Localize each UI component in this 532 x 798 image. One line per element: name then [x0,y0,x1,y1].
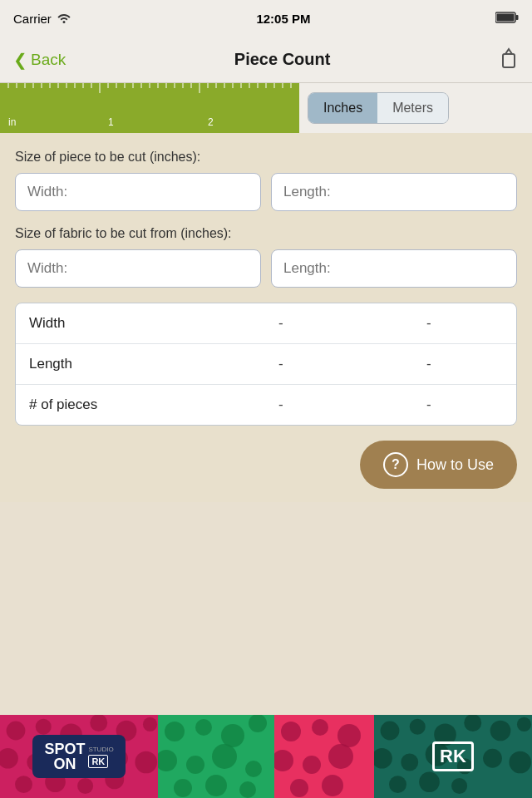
svg-point-75 [410,719,426,735]
help-icon: ? [383,452,408,477]
battery-icon [495,12,519,26]
result-val2-length: - [355,356,503,372]
svg-point-39 [7,722,26,741]
unit-toggle: Inches Meters [308,92,449,124]
inches-button[interactable]: Inches [308,93,377,123]
banner-center-pink [274,715,374,798]
banner-right: RK [374,715,532,798]
fabric-length-input[interactable] [271,249,517,288]
ruler-label-in: in [8,116,16,128]
how-to-use-container: ? How to Use [15,441,517,502]
svg-point-62 [245,761,262,777]
svg-point-64 [205,775,227,796]
svg-point-42 [90,715,107,732]
share-button[interactable] [499,46,519,73]
svg-point-79 [517,717,531,732]
svg-point-84 [483,749,502,768]
svg-point-77 [464,715,481,732]
fabric-width-input[interactable] [15,249,261,288]
svg-point-65 [239,781,256,798]
fabric-input-row [15,249,517,288]
svg-point-56 [195,719,212,736]
ruler-bar: in 1 2 Inches Meters [0,83,532,133]
carrier-label: Carrier [13,12,52,26]
banner-left: SPOT ON STUDIO RK [0,715,158,798]
how-to-use-label: How to Use [416,456,494,474]
back-label: Back [31,51,66,69]
svg-point-55 [165,722,185,741]
svg-point-59 [158,750,177,771]
svg-point-45 [0,748,18,769]
svg-point-50 [135,751,157,774]
rk-badge: RK [432,741,474,771]
ruler-ticks-svg [0,83,299,100]
nav-bar: ❮ Back Piece Count [0,37,532,83]
banner-center-green [158,715,274,798]
status-bar: Carrier 12:05 PM [0,0,532,37]
svg-point-40 [36,719,52,735]
result-label-pieces: # of pieces [29,397,207,413]
ruler: in 1 2 [0,83,299,133]
svg-point-60 [186,756,204,774]
svg-point-86 [389,776,406,793]
result-val2-pieces: - [355,397,503,413]
svg-rect-3 [503,54,515,67]
result-label-width: Width [29,315,207,332]
svg-point-71 [328,744,353,769]
piece-section-label: Size of piece to be cut (inches): [15,150,517,165]
results-table: Width - - Length - - # of pieces - - [15,303,517,426]
svg-point-57 [221,724,244,747]
result-val1-pieces: - [207,397,355,413]
meters-button[interactable]: Meters [377,93,448,123]
svg-point-70 [303,756,321,774]
svg-rect-1 [496,13,514,21]
banner: SPOT ON STUDIO RK [0,715,532,798]
svg-point-78 [490,721,511,741]
page-title: Piece Count [234,50,331,69]
svg-point-58 [249,715,267,732]
result-label-length: Length [29,356,207,372]
spot-on-logo: SPOT ON STUDIO RK [32,735,125,778]
result-row-width: Width - - [16,303,516,344]
piece-length-input[interactable] [271,173,517,211]
svg-point-53 [77,778,93,794]
ruler-label-1: 1 [108,116,114,128]
ruler-label-2: 2 [208,116,214,128]
svg-point-68 [337,724,361,747]
svg-point-67 [312,719,328,736]
wifi-icon [57,12,71,26]
svg-point-85 [509,751,531,774]
back-button[interactable]: ❮ Back [13,50,66,70]
result-val1-width: - [207,315,355,332]
result-val1-length: - [207,356,355,372]
svg-point-72 [290,779,308,797]
how-to-use-button[interactable]: ? How to Use [360,441,517,489]
svg-rect-2 [515,15,518,20]
svg-point-73 [322,775,343,796]
svg-point-61 [212,744,237,769]
svg-point-80 [374,748,392,769]
piece-input-row [15,173,517,211]
svg-point-88 [451,778,467,794]
svg-point-69 [274,750,293,771]
svg-point-87 [419,771,440,792]
svg-point-51 [15,776,32,793]
result-val2-width: - [355,315,503,332]
piece-width-input[interactable] [15,173,261,211]
result-row-length: Length - - [16,344,516,385]
svg-point-74 [381,722,400,741]
svg-point-44 [143,717,157,732]
back-chevron-icon: ❮ [13,50,27,70]
main-content: Size of piece to be cut (inches): Size o… [0,133,532,502]
svg-point-66 [281,722,301,741]
time-display: 12:05 PM [256,12,310,26]
svg-point-81 [401,754,418,771]
fabric-section-label: Size of fabric to be cut from (inches): [15,226,517,241]
svg-point-63 [174,779,192,797]
result-row-pieces: # of pieces - - [16,385,516,425]
